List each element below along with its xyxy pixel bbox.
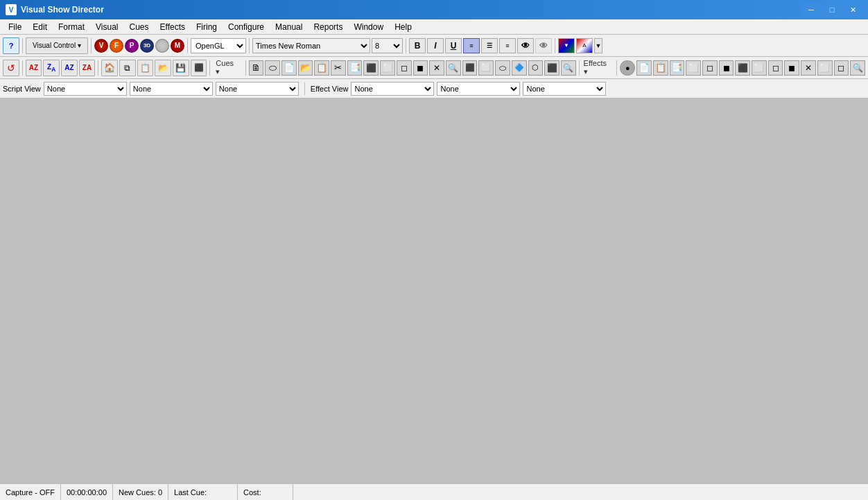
eff-btn-1[interactable]: ● bbox=[620, 60, 635, 76]
eff-btn-14[interactable]: ◻ bbox=[834, 60, 849, 76]
house-icon-btn[interactable]: 🏠 bbox=[101, 60, 118, 76]
align-right-button[interactable]: ≡ bbox=[499, 38, 516, 53]
color-dropdown-btn[interactable]: ▼ bbox=[594, 38, 602, 53]
eff-btn-15[interactable]: 🔍 bbox=[850, 60, 865, 76]
eff-btn-13[interactable]: ⬜ bbox=[817, 60, 833, 76]
icon-p[interactable]: P bbox=[125, 39, 139, 53]
cue-btn-13[interactable]: 🔍 bbox=[446, 60, 461, 76]
cue-btn-12[interactable]: ✕ bbox=[429, 60, 444, 76]
eff-btn-5[interactable]: ⬜ bbox=[686, 60, 701, 76]
save-btn[interactable]: 💾 bbox=[173, 60, 189, 76]
script-view-select1[interactable]: None bbox=[44, 82, 127, 96]
eff-btn-4[interactable]: 📑 bbox=[670, 60, 685, 76]
menu-file[interactable]: File bbox=[3, 21, 27, 33]
view-button1[interactable]: 👁 bbox=[517, 38, 534, 53]
italic-button[interactable]: I bbox=[427, 38, 444, 53]
main-content bbox=[0, 98, 868, 483]
minimize-button[interactable]: ─ bbox=[801, 3, 821, 17]
icon-v[interactable]: V bbox=[94, 39, 108, 53]
cue-btn-10[interactable]: ◻ bbox=[397, 60, 412, 76]
cue-btn-4[interactable]: 📂 bbox=[298, 60, 313, 76]
paste-btn[interactable]: 📋 bbox=[137, 60, 154, 76]
capture-status: Capture - OFF bbox=[0, 484, 61, 500]
menu-reports[interactable]: Reports bbox=[308, 21, 348, 33]
visual-control-dropdown[interactable]: Visual Control ▾ bbox=[26, 37, 88, 54]
cue-btn-5[interactable]: 📋 bbox=[314, 60, 329, 76]
script-view-select3[interactable]: None bbox=[216, 82, 299, 96]
color-picker-secondary[interactable]: A bbox=[576, 38, 593, 53]
cue-btn-14[interactable]: ⬛ bbox=[462, 60, 478, 76]
menu-firing[interactable]: Firing bbox=[191, 21, 223, 33]
effect-view-select3[interactable]: None bbox=[523, 82, 606, 96]
script-view-bar: Script View None None None Effect View N… bbox=[0, 79, 868, 98]
cue-btn-17[interactable]: 🔷 bbox=[512, 60, 527, 76]
menu-format[interactable]: Format bbox=[53, 21, 90, 33]
align-center-button[interactable]: ☰ bbox=[481, 38, 498, 53]
undo-button[interactable]: ↺ bbox=[3, 60, 19, 76]
title-left: V Visual Show Director bbox=[6, 4, 104, 15]
cue-btn-9[interactable]: ⬜ bbox=[380, 60, 395, 76]
menu-window[interactable]: Window bbox=[348, 21, 389, 33]
separator4 bbox=[249, 38, 250, 53]
eff-btn-2[interactable]: 📄 bbox=[636, 60, 652, 76]
eff-btn-12[interactable]: ✕ bbox=[801, 60, 816, 76]
icon-f[interactable]: F bbox=[110, 39, 123, 53]
sep-cues2 bbox=[245, 60, 246, 76]
icon-3d[interactable]: 3D bbox=[140, 39, 154, 53]
eff-btn-3[interactable]: 📋 bbox=[653, 60, 668, 76]
maximize-button[interactable]: □ bbox=[822, 3, 842, 17]
help-button[interactable]: ? bbox=[3, 37, 19, 54]
close-button[interactable]: ✕ bbox=[843, 3, 862, 17]
sort-az-blue[interactable]: AZ bbox=[61, 60, 78, 76]
icon-gray[interactable] bbox=[155, 39, 169, 53]
copy-btn[interactable]: ⧉ bbox=[119, 60, 136, 76]
menu-manual[interactable]: Manual bbox=[270, 21, 308, 33]
cue-btn-20[interactable]: 🔍 bbox=[561, 60, 576, 76]
cue-btn-18[interactable]: ⬡ bbox=[528, 60, 544, 76]
menu-configure[interactable]: Configure bbox=[223, 21, 270, 33]
separator1 bbox=[22, 38, 23, 53]
sort-za-blue[interactable]: ZA bbox=[43, 60, 60, 76]
menu-visual[interactable]: Visual bbox=[90, 21, 123, 33]
eff-btn-8[interactable]: ⬛ bbox=[735, 60, 750, 76]
cue-btn-3[interactable]: 📄 bbox=[281, 60, 297, 76]
menu-edit[interactable]: Edit bbox=[27, 21, 53, 33]
view-button2[interactable]: 👁 bbox=[535, 38, 552, 53]
cue-btn-19[interactable]: ⬛ bbox=[544, 60, 559, 76]
font-name-select[interactable]: Times New Roman Arial Courier New bbox=[252, 38, 370, 53]
eff-btn-6[interactable]: ◻ bbox=[702, 60, 718, 76]
eff-btn-9[interactable]: ⬜ bbox=[752, 60, 767, 76]
sort-az-red[interactable]: AZ bbox=[26, 60, 42, 76]
cue-btn-15[interactable]: ⬜ bbox=[478, 60, 494, 76]
cue-btn-6[interactable]: ✂ bbox=[331, 60, 346, 76]
cue-btn-8[interactable]: ⬛ bbox=[363, 60, 379, 76]
cue-btn-7[interactable]: 📑 bbox=[347, 60, 363, 76]
cues-label[interactable]: Cues ▾ bbox=[213, 59, 242, 76]
effect-view-select1[interactable]: None bbox=[351, 82, 434, 96]
cue-btn-2[interactable]: ⬭ bbox=[265, 60, 280, 76]
app-icon: V bbox=[6, 4, 17, 15]
menu-effects[interactable]: Effects bbox=[155, 21, 191, 33]
cue-btn-16[interactable]: ⬭ bbox=[495, 60, 510, 76]
sort-za-red[interactable]: ZA bbox=[79, 60, 96, 76]
menu-cues[interactable]: Cues bbox=[124, 21, 155, 33]
icon-red-m[interactable]: M bbox=[171, 39, 184, 53]
open-btn[interactable]: 📂 bbox=[155, 60, 171, 76]
font-size-select[interactable]: 8 10 12 14 16 18 24 bbox=[372, 38, 403, 53]
color-picker-main[interactable]: ▼ bbox=[558, 38, 575, 53]
eff-btn-11[interactable]: ◼ bbox=[784, 60, 799, 76]
effect-view-select2[interactable]: None bbox=[437, 82, 520, 96]
script-view-select2[interactable]: None bbox=[130, 82, 213, 96]
underline-button[interactable]: U bbox=[445, 38, 462, 53]
renderer-dropdown[interactable]: OpenGL DirectX bbox=[191, 38, 246, 53]
cue-btn-11[interactable]: ◼ bbox=[413, 60, 428, 76]
bold-button[interactable]: B bbox=[409, 38, 426, 53]
effects-label[interactable]: Effects ▾ bbox=[582, 59, 614, 76]
export-btn[interactable]: ⬛ bbox=[191, 60, 207, 76]
menu-help[interactable]: Help bbox=[389, 21, 417, 33]
separator3 bbox=[187, 38, 188, 53]
eff-btn-7[interactable]: ◼ bbox=[719, 60, 734, 76]
align-left-button[interactable]: ≡ bbox=[463, 38, 480, 53]
cue-btn-1[interactable]: 🗎 bbox=[249, 60, 264, 76]
eff-btn-10[interactable]: ◻ bbox=[768, 60, 783, 76]
